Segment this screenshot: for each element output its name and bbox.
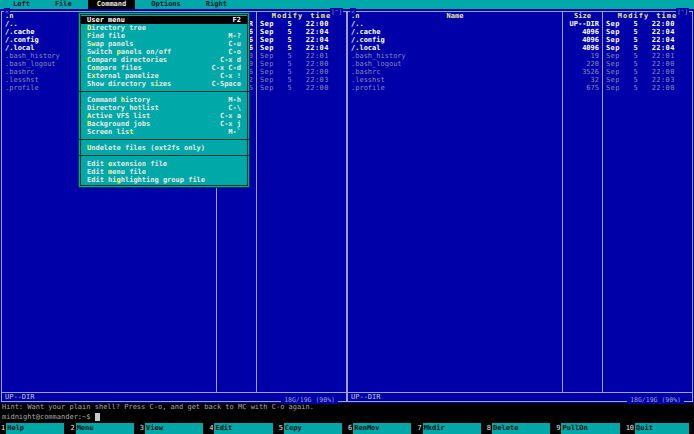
menu-item-edit-highlighting-group-file[interactable]: Edit highlighting group file	[82, 176, 246, 184]
menu-item-edit-menu-file[interactable]: Edit menu file	[82, 168, 246, 176]
menu-item-background-jobs[interactable]: Background jobsC-x j	[82, 120, 246, 128]
history-back-icon[interactable]: <	[4, 8, 10, 15]
menu-item-compare-directories[interactable]: Compare directoriesC-x d	[82, 56, 246, 64]
shell-prompt: midnight@commander:~$	[2, 412, 91, 422]
fkey-edit[interactable]: 4Edit	[208, 423, 277, 434]
fkey-help[interactable]: 1Help	[0, 423, 69, 434]
file-row[interactable]: /.cache4096Sep 5 22:04	[348, 28, 692, 36]
menubar-item-right[interactable]: Right	[197, 0, 236, 9]
menu-bar: Left File Command Options Right	[0, 0, 694, 9]
file-row[interactable]: /.local4096Sep 5 22:04	[348, 44, 692, 52]
file-row[interactable]: /..UP--DIRSep 5 22:00	[348, 20, 692, 28]
menu-item-screen-list[interactable]: Screen listM-`	[82, 128, 246, 136]
dir-up-icon[interactable]: [^]	[330, 8, 343, 15]
dir-up-icon[interactable]: [^]	[676, 8, 689, 15]
file-row[interactable]: .bash_history19Sep 5 22:01	[348, 52, 692, 60]
hint-line: Hint: Want your plain shell? Press C-o, …	[0, 403, 694, 412]
right-panel: < [^] .nName Size Modify time /..UP--DIR…	[347, 11, 693, 402]
menubar-item-file[interactable]: File	[46, 0, 81, 9]
menubar-item-command[interactable]: Command	[88, 0, 136, 9]
menu-separator	[82, 88, 246, 96]
fkey-pulldn[interactable]: 9PullDn	[555, 423, 624, 434]
fkey-renmov[interactable]: 6RenMov	[347, 423, 416, 434]
file-row[interactable]: .profile675Sep 5 22:00	[348, 84, 692, 92]
menu-item-active-vfs-list[interactable]: Active VFS listC-x a	[82, 112, 246, 120]
menu-item-user-menu[interactable]: User menuF2	[81, 16, 247, 24]
fkey-quit[interactable]: 10Quit	[625, 423, 694, 434]
midnight-commander-screen: Left File Command Options Right < [^] .n…	[0, 0, 694, 434]
free-space-indicator: 18G/19G (90%)	[281, 397, 338, 404]
menu-item-switch-panels[interactable]: Switch panels on/offC-o	[82, 48, 246, 56]
menu-item-compare-files[interactable]: Compare filesC-x C-d	[82, 64, 246, 72]
file-row[interactable]: .bashrc3526Sep 5 22:00	[348, 68, 692, 76]
fkey-delete[interactable]: 8Delete	[486, 423, 555, 434]
column-header-name[interactable]: Name	[447, 12, 464, 20]
panel-header: .nName Size Modify time	[348, 12, 692, 20]
menu-item-external-panelize[interactable]: External panelizeC-x !	[82, 72, 246, 80]
text-cursor	[95, 413, 100, 421]
menu-item-undelete-files[interactable]: Undelete files (ext2fs only)	[82, 144, 246, 152]
history-back-icon[interactable]: <	[350, 8, 356, 15]
fkey-view[interactable]: 3View	[139, 423, 208, 434]
file-row[interactable]: /.config4096Sep 5 22:04	[348, 36, 692, 44]
menu-item-command-history[interactable]: Command historyM-h	[82, 96, 246, 104]
menu-item-directory-tree[interactable]: Directory tree	[82, 24, 246, 32]
menubar-item-options[interactable]: Options	[142, 0, 190, 9]
menu-separator	[82, 152, 246, 160]
menu-separator	[82, 136, 246, 144]
menu-item-find-file[interactable]: Find fileM-?	[82, 32, 246, 40]
fkey-menu[interactable]: 2Menu	[69, 423, 138, 434]
menu-item-show-directory-sizes[interactable]: Show directory sizesC-Space	[82, 80, 246, 88]
command-line[interactable]: midnight@commander:~$	[0, 412, 694, 422]
file-list-empty-area	[348, 92, 692, 392]
column-header-size[interactable]: Size	[562, 12, 602, 20]
fkey-mkdir[interactable]: 7Mkdir	[416, 423, 485, 434]
function-key-bar: 1Help 2Menu 3View 4Edit 5Copy 6RenMov 7M…	[0, 422, 694, 434]
command-menu-dropdown: User menuF2 Directory tree Find fileM-? …	[78, 12, 250, 188]
file-row[interactable]: .bash_logout220Sep 5 22:00	[348, 60, 692, 68]
menu-item-edit-extension-file[interactable]: Edit extension file	[82, 160, 246, 168]
fkey-copy[interactable]: 5Copy	[278, 423, 347, 434]
menu-item-swap-panels[interactable]: Swap panelsC-u	[82, 40, 246, 48]
file-list: /..UP--DIRSep 5 22:00 /.cache4096Sep 5 2…	[348, 20, 692, 392]
free-space-indicator: 18G/19G (90%)	[627, 397, 684, 404]
file-row[interactable]: .lesshst32Sep 5 22:03	[348, 76, 692, 84]
menu-item-directory-hotlist[interactable]: Directory hotlistC-\	[82, 104, 246, 112]
